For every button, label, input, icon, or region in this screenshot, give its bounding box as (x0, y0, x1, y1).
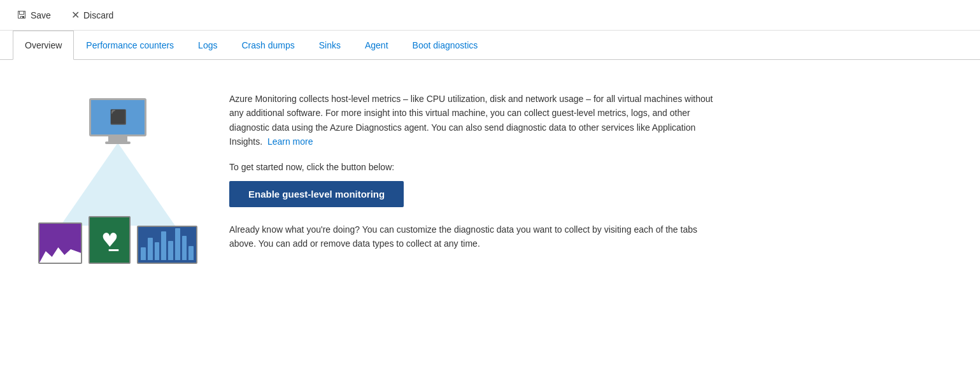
beam-shape (60, 143, 175, 226)
tab-overview[interactable]: Overview (13, 31, 74, 60)
text-content: Azure Monitoring collects host-level met… (229, 85, 726, 251)
cube-icon: ⬛ (110, 109, 127, 126)
tab-agent[interactable]: Agent (353, 31, 401, 60)
tab-sinks[interactable]: Sinks (307, 31, 353, 60)
tabs-bar: Overview Performance counters Logs Crash… (0, 31, 980, 60)
panel-green: ♥̲ (89, 216, 131, 264)
monitor-stand (108, 136, 127, 142)
panel-blue-bars (137, 226, 197, 264)
get-started-text: To get started now, click the button bel… (229, 162, 726, 172)
learn-more-link[interactable]: Learn more (267, 136, 313, 147)
bar-3 (155, 242, 160, 260)
monitor-illustration: ⬛ (89, 98, 146, 146)
save-label: Save (31, 10, 51, 20)
save-button[interactable]: 🖫 Save (13, 7, 55, 24)
bar-6 (175, 228, 180, 260)
tab-performance-counters[interactable]: Performance counters (74, 31, 186, 60)
bottom-panels: ♥̲ (38, 216, 197, 264)
description-paragraph: Azure Monitoring collects host-level met… (229, 92, 726, 149)
bar-5 (168, 241, 173, 260)
main-content: ⬛ ♥̲ (0, 60, 980, 289)
panel-purple (38, 222, 82, 264)
monitor-base (105, 142, 131, 144)
illustration: ⬛ ♥̲ (38, 85, 197, 264)
save-icon: 🖫 (17, 10, 27, 21)
enable-monitoring-button[interactable]: Enable guest-level monitoring (229, 181, 404, 207)
heart-icon: ♥̲ (101, 229, 118, 251)
bar-4 (161, 231, 166, 260)
monitor-screen: ⬛ (89, 98, 146, 136)
customize-text: Already know what you're doing? You can … (229, 222, 726, 251)
bar-8 (188, 246, 194, 260)
tab-crash-dumps[interactable]: Crash dumps (229, 31, 306, 60)
bar-1 (141, 247, 146, 260)
tab-logs[interactable]: Logs (186, 31, 229, 60)
discard-label: Discard (83, 10, 113, 20)
discard-icon: ✕ (71, 9, 80, 21)
tab-boot-diagnostics[interactable]: Boot diagnostics (401, 31, 490, 60)
bar-2 (148, 238, 153, 260)
bar-7 (182, 236, 187, 260)
toolbar: 🖫 Save ✕ Discard (0, 0, 980, 31)
discard-button[interactable]: ✕ Discard (67, 6, 117, 24)
